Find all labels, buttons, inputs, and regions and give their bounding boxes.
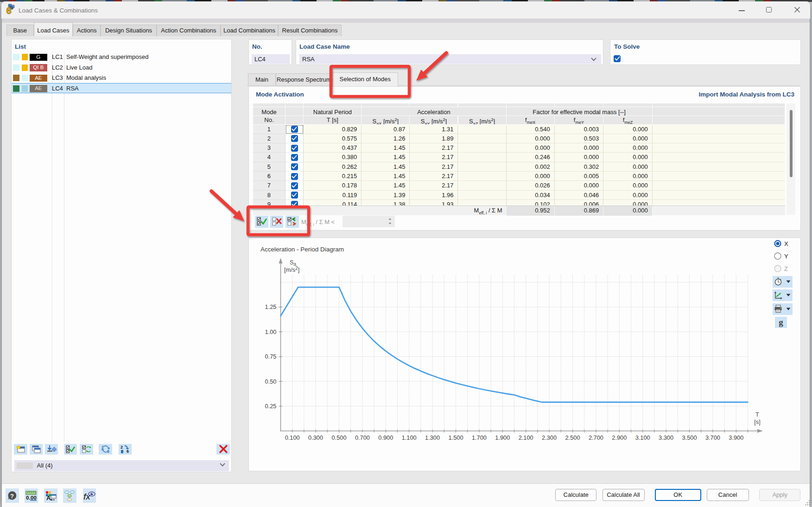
- g-units-button[interactable]: g: [775, 317, 787, 328]
- svg-text:fx: fx: [83, 492, 91, 501]
- time-settings-button[interactable]: [773, 276, 793, 288]
- resize-grip[interactable]: [805, 500, 811, 506]
- load-case-name-combobox[interactable]: RSA: [299, 54, 601, 64]
- mode-checkbox[interactable]: [291, 192, 298, 199]
- list-item[interactable]: GLC1Self-Weight and superimposed: [12, 52, 231, 63]
- table-header-cell: T [s]: [304, 116, 362, 125]
- load-case-color-swatch: [22, 54, 28, 60]
- dropdown-arrow-icon[interactable]: [786, 280, 791, 283]
- ok-button[interactable]: OK: [655, 489, 701, 501]
- deactivate-all-button[interactable]: [270, 216, 284, 227]
- import-load-case-button[interactable]: [45, 444, 58, 455]
- mode-checkbox[interactable]: [291, 173, 298, 180]
- inner-tab-response-spectrum[interactable]: Response Spectrum: [276, 73, 332, 85]
- new-load-case-icon: [16, 445, 26, 454]
- formula-visibility-button[interactable]: fx: [83, 488, 96, 503]
- radio-label-y: Y: [784, 253, 788, 260]
- renumber-gaps-button[interactable]: 26: [119, 444, 132, 455]
- diagram-settings-button[interactable]: [773, 289, 793, 301]
- title-bar[interactable]: 6 Load Cases & Combinations: [1, 1, 810, 19]
- svg-text:00: 00: [31, 495, 37, 501]
- tab-load-cases[interactable]: Load Cases: [34, 22, 73, 37]
- dropdown-arrow-icon[interactable]: [786, 294, 791, 297]
- to-solve-checkbox[interactable]: [614, 55, 621, 62]
- activate-threshold-button[interactable]: [285, 216, 299, 227]
- x-tick-label: 3.900: [729, 434, 743, 441]
- import-modal-analysis-link[interactable]: Import Modal Analysis from LC3: [698, 91, 794, 98]
- tab-action-combinations[interactable]: Action Combinations: [157, 25, 221, 37]
- mode-checkbox-cell: [285, 134, 304, 143]
- cancel-button[interactable]: Cancel: [707, 489, 749, 501]
- dropdown-arrow-icon[interactable]: [786, 308, 791, 311]
- close-icon[interactable]: [794, 6, 800, 13]
- delete-load-case-button[interactable]: [216, 444, 230, 455]
- maximize-icon[interactable]: [766, 7, 772, 13]
- tab-load-combinations[interactable]: Load Combinations: [221, 25, 278, 37]
- table-scrollbar-thumb[interactable]: [790, 110, 793, 177]
- copy-load-case-button[interactable]: [30, 444, 43, 455]
- tab-actions[interactable]: Actions: [73, 25, 101, 37]
- load-case-color-swatch: [22, 64, 28, 71]
- renumber-button[interactable]: 26: [99, 444, 112, 455]
- mode-checkbox[interactable]: [291, 163, 298, 170]
- table-header-cell: [653, 116, 785, 125]
- radio-label-z: Z: [784, 265, 788, 272]
- load-case-name: Live Load: [66, 64, 92, 71]
- calculate-button[interactable]: Calculate: [555, 489, 596, 501]
- chevron-down-icon: [220, 463, 225, 467]
- activate-all-button[interactable]: [255, 216, 268, 227]
- table-cell: 0.000: [507, 172, 555, 181]
- mode-checkbox[interactable]: [291, 201, 298, 205]
- tab-result-combinations[interactable]: Result Combinations: [278, 25, 342, 37]
- units-button[interactable]: 0.00: [25, 488, 38, 503]
- load-case-name: Modal analysis: [66, 74, 106, 81]
- list-item[interactable]: QI BLC2Live Load: [12, 63, 231, 73]
- mode-checkbox[interactable]: [291, 126, 298, 133]
- tab-design-situations[interactable]: Design Situations: [101, 25, 157, 37]
- table-cell: [653, 143, 785, 153]
- mode-checkbox[interactable]: [291, 182, 298, 189]
- radio-y[interactable]: [774, 252, 782, 260]
- radio-label-x: X: [784, 240, 788, 247]
- table-cell: 0.829: [304, 125, 362, 134]
- table-cell: 0.437: [304, 143, 362, 153]
- mode-number-cell: 6: [253, 172, 285, 181]
- mode-checkbox[interactable]: [291, 135, 298, 142]
- table-row: 10.8290.871.310.5400.0030.000: [253, 125, 785, 134]
- list-filter-dropdown[interactable]: All (4): [14, 460, 229, 472]
- svg-text:6: 6: [6, 6, 11, 16]
- table-cell: [458, 181, 507, 190]
- tab-base[interactable]: Base: [6, 25, 34, 37]
- table-cell: 0.87: [362, 125, 410, 134]
- print-button[interactable]: [773, 303, 793, 315]
- mode-checkbox[interactable]: [291, 145, 298, 152]
- table-header-cell: fmeY: [555, 116, 604, 125]
- inner-tab-main[interactable]: Main: [248, 73, 276, 85]
- load-case-no-field[interactable]: LC4: [252, 54, 290, 64]
- mode-checkbox-cell: [285, 162, 304, 172]
- calculate-all-button[interactable]: Calculate All: [603, 489, 645, 501]
- spinner-arrows-icon[interactable]: [388, 217, 392, 225]
- table-cell: 1.31: [410, 125, 458, 134]
- display-options-button[interactable]: A: [44, 488, 57, 503]
- check-all-button[interactable]: [64, 444, 77, 455]
- help-button[interactable]: ?: [6, 488, 19, 503]
- table-cell: 0.000: [555, 153, 604, 162]
- radio-x-selected[interactable]: [774, 239, 782, 248]
- minimize-icon[interactable]: [739, 10, 745, 11]
- table-cell: 1.39: [362, 191, 410, 200]
- inner-tab-selection-of-modes[interactable]: Selection of Modes: [332, 72, 398, 86]
- mode-checkbox[interactable]: [291, 154, 298, 161]
- threshold-spinbox[interactable]: [343, 216, 395, 227]
- list-item[interactable]: AELC3Modal analysis: [12, 73, 231, 83]
- table-header-cell: [653, 107, 785, 116]
- copy-load-case-icon: [31, 445, 41, 454]
- toggle-check-button[interactable]: [80, 444, 93, 455]
- table-cell: 1.96: [410, 191, 458, 200]
- table-cell: 0.000: [603, 191, 653, 200]
- check-all-icon: [65, 445, 76, 454]
- new-load-case-button[interactable]: [14, 444, 27, 455]
- list-item[interactable]: AELC4RSA: [12, 83, 231, 94]
- tree-view-button[interactable]: [63, 488, 76, 503]
- table-cell: 0.540: [507, 125, 555, 134]
